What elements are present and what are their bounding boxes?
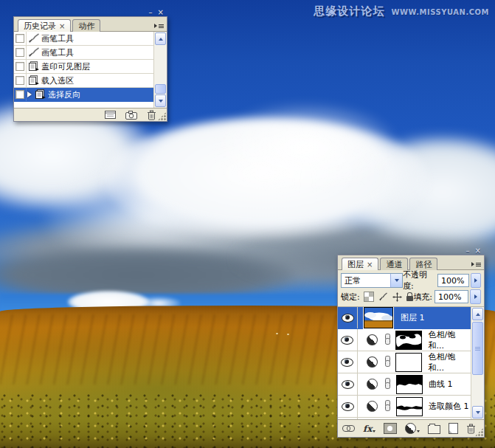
history-item-label: 选择反向 bbox=[48, 89, 80, 100]
tab-history-label: 历史记录 bbox=[24, 21, 56, 31]
scrollbar-thumb[interactable] bbox=[155, 84, 166, 94]
tab-history[interactable]: 历史记录 × bbox=[18, 19, 71, 32]
adjustment-layer-icon[interactable] bbox=[367, 356, 378, 368]
history-item[interactable]: 画笔工具 bbox=[14, 32, 153, 46]
tab-paths[interactable]: 路径 bbox=[409, 258, 437, 270]
blend-mode-select[interactable]: 正常 bbox=[341, 273, 403, 288]
scroll-up-icon[interactable] bbox=[472, 308, 483, 320]
photoshop-canvas: { "watermark": { "site": "思缘设计论坛", "url"… bbox=[0, 0, 495, 448]
new-group-folder-icon[interactable] bbox=[428, 425, 440, 434]
visibility-eye-icon[interactable] bbox=[341, 358, 353, 367]
fill-slider-icon[interactable] bbox=[470, 289, 481, 304]
blend-mode-value: 正常 bbox=[342, 275, 390, 286]
history-source-checkbox[interactable] bbox=[15, 90, 24, 99]
tab-channels-label: 通道 bbox=[386, 260, 402, 269]
layer-row[interactable]: 色相/饱和... bbox=[338, 351, 471, 373]
opacity-slider-icon[interactable] bbox=[471, 273, 481, 288]
new-adjustment-layer-icon[interactable] bbox=[405, 423, 420, 434]
scrollbar-thumb[interactable] bbox=[472, 322, 483, 375]
lock-paint-brush-icon[interactable] bbox=[378, 292, 388, 302]
layers-bottom-bar: fx bbox=[338, 419, 484, 437]
history-item[interactable]: 画笔工具 bbox=[14, 46, 153, 60]
layer-name: 色相/饱和... bbox=[428, 351, 471, 373]
history-bottom-bar bbox=[14, 108, 167, 121]
adjustment-layer-icon[interactable] bbox=[367, 334, 378, 345]
distant-dot bbox=[276, 333, 278, 334]
close-icon[interactable]: × bbox=[158, 9, 164, 15]
history-source-checkbox[interactable] bbox=[15, 62, 24, 71]
visibility-eye-icon[interactable] bbox=[342, 314, 354, 323]
layer-mask-thumbnail[interactable] bbox=[396, 375, 423, 394]
tab-actions-label: 动作 bbox=[78, 21, 94, 31]
lock-move-icon[interactable] bbox=[392, 292, 402, 302]
adjustment-layer-icon[interactable] bbox=[367, 401, 378, 412]
layer-row-selected[interactable]: 图层 1 bbox=[338, 307, 471, 329]
history-state-icon bbox=[27, 61, 41, 72]
layers-panel-body: 图层 × 通道 路径 正常 不透明度: 100 bbox=[337, 255, 485, 438]
fill-label: 填充: bbox=[413, 292, 432, 303]
new-document-from-state-icon[interactable] bbox=[105, 111, 116, 119]
history-source-checkbox[interactable] bbox=[15, 34, 24, 43]
scroll-down-icon[interactable] bbox=[155, 94, 166, 107]
tab-paths-label: 路径 bbox=[415, 260, 432, 269]
visibility-eye-icon[interactable] bbox=[341, 336, 353, 345]
tab-layers[interactable]: 图层 × bbox=[342, 258, 378, 270]
minimize-icon[interactable]: – bbox=[466, 247, 470, 254]
resize-grip[interactable] bbox=[158, 112, 166, 120]
fill-input[interactable]: 100% bbox=[435, 290, 468, 303]
history-item-label: 盖印可见图层 bbox=[41, 61, 90, 72]
history-panel: – × 历史记录 × 动作 画笔工具 bbox=[13, 10, 167, 122]
panel-menu-icon[interactable] bbox=[471, 262, 481, 269]
history-item[interactable]: 载入选区 bbox=[14, 74, 153, 88]
history-item[interactable]: 盖印可见图层 bbox=[14, 60, 153, 74]
lock-all-icon[interactable] bbox=[406, 296, 413, 301]
opacity-input[interactable]: 100% bbox=[437, 274, 469, 287]
close-icon[interactable]: × bbox=[475, 247, 481, 254]
visibility-eye-icon[interactable] bbox=[342, 402, 354, 411]
add-layer-mask-icon[interactable] bbox=[384, 423, 397, 434]
delete-trash-icon[interactable] bbox=[466, 424, 476, 434]
history-state-pointer-icon[interactable] bbox=[27, 92, 32, 97]
history-scrollbar[interactable] bbox=[153, 32, 167, 108]
layer-name: 曲线 1 bbox=[429, 379, 453, 390]
tab-close-icon[interactable]: × bbox=[367, 260, 373, 269]
scroll-up-icon[interactable] bbox=[155, 32, 166, 45]
layer-name: 色相/饱和... bbox=[428, 329, 471, 351]
link-layers-icon[interactable] bbox=[342, 425, 355, 432]
history-item-selected[interactable]: 选择反向 bbox=[14, 88, 153, 102]
layer-mask-thumbnail[interactable] bbox=[396, 397, 423, 416]
minimize-icon[interactable]: – bbox=[149, 9, 153, 15]
chevron-down-icon[interactable] bbox=[390, 274, 402, 287]
panel-menu-icon[interactable] bbox=[154, 24, 164, 31]
layers-controls: 正常 不透明度: 100% 锁定: bbox=[338, 270, 484, 307]
visibility-eye-icon[interactable] bbox=[342, 380, 354, 389]
layer-row[interactable]: 色相/饱和... bbox=[338, 329, 471, 351]
delete-trash-icon[interactable] bbox=[147, 110, 156, 120]
cloud-top bbox=[214, 103, 398, 192]
lock-transparency-icon[interactable] bbox=[364, 292, 374, 302]
layers-scrollbar[interactable] bbox=[471, 307, 484, 419]
scroll-down-icon[interactable] bbox=[472, 406, 483, 418]
history-window-buttons: – × bbox=[149, 9, 164, 15]
history-source-checkbox[interactable] bbox=[15, 48, 24, 57]
layer-mask-thumbnail[interactable] bbox=[395, 353, 422, 372]
layer-style-fx-icon[interactable]: fx bbox=[363, 424, 375, 434]
layer-mask-thumbnail[interactable] bbox=[395, 331, 422, 350]
layers-window-buttons: – × bbox=[466, 247, 481, 254]
tab-close-icon[interactable]: × bbox=[59, 21, 65, 31]
layer-row[interactable]: 选取颜色 1 bbox=[338, 396, 471, 418]
resize-grip[interactable] bbox=[475, 428, 483, 436]
layer-row[interactable]: 曲线 1 bbox=[338, 373, 471, 396]
new-snapshot-camera-icon[interactable] bbox=[125, 111, 137, 120]
tab-channels[interactable]: 通道 bbox=[380, 258, 408, 270]
lock-label: 锁定: bbox=[341, 292, 360, 303]
adjustment-layer-icon[interactable] bbox=[367, 379, 378, 390]
tab-actions[interactable]: 动作 bbox=[72, 19, 100, 32]
layer-thumbnail[interactable] bbox=[364, 307, 393, 328]
layer-name: 图层 1 bbox=[401, 312, 425, 323]
new-layer-icon[interactable] bbox=[449, 423, 458, 434]
layers-tab-bar: 图层 × 通道 路径 bbox=[338, 255, 484, 270]
history-source-checkbox[interactable] bbox=[15, 76, 24, 85]
brush-icon bbox=[27, 47, 41, 58]
brush-icon bbox=[27, 33, 41, 44]
